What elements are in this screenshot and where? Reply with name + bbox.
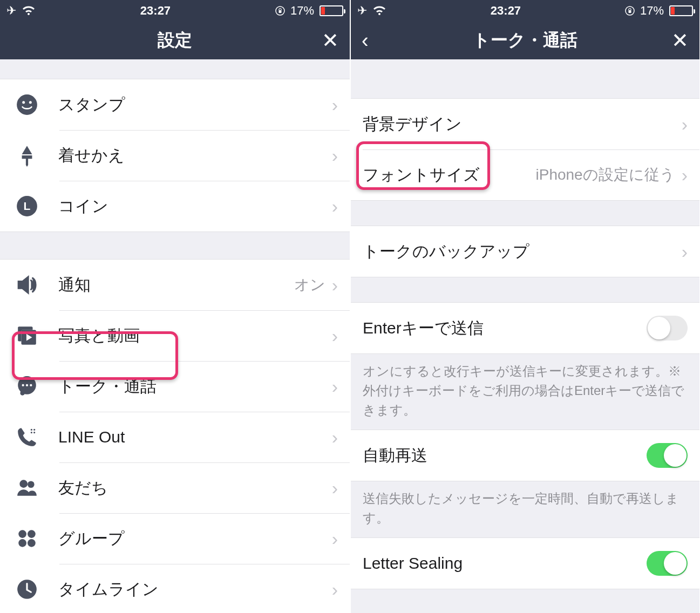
group-letter-sealing: Letter Sealing [351,537,699,589]
chevron-right-icon: › [332,478,338,499]
row-themes[interactable]: 着せかえ › [0,130,350,181]
svg-point-13 [26,384,28,386]
row-label: Enterキーで送信 [363,317,647,339]
row-line-out[interactable]: LINE Out › [0,412,350,462]
row-bg-design[interactable]: 背景デザイン › [351,99,699,149]
row-label: 通知 [58,274,294,296]
row-label: トーク・通話 [58,376,332,398]
dots4-icon [12,527,42,550]
group-design: 背景デザイン › フォントサイズ iPhoneの設定に従う › [351,98,699,201]
row-font-size[interactable]: フォントサイズ iPhoneの設定に従う › [351,149,699,200]
smile-icon [12,93,42,116]
group-backup: トークのバックアップ › [351,226,699,277]
brush-icon [12,144,42,167]
wifi-icon [372,5,386,16]
speaker-icon [12,274,42,296]
battery-pct: 17% [640,4,664,18]
airplane-icon: ✈︎ [357,4,367,18]
row-label: 自動再送 [363,445,647,467]
chevron-right-icon: › [332,275,338,296]
row-label: トークのバックアップ [363,241,682,263]
svg-rect-1 [278,10,281,13]
row-auto-resend[interactable]: 自動再送 [351,430,699,481]
coin-icon: L [12,195,42,217]
toggle-auto-resend[interactable] [647,443,688,468]
page-title: トーク・通話 [351,29,699,52]
chevron-right-icon: › [682,241,688,262]
wifi-icon [22,5,36,16]
group-auto-resend: 自動再送 [351,430,699,481]
chevron-right-icon: › [682,165,688,186]
row-photos-videos[interactable]: 写真と動画 › [0,310,350,361]
hint-enter-send: オンにすると改行キーが送信キーに変更されます。※外付けキーボードをご利用の場合は… [351,354,699,430]
photos-icon [12,324,42,347]
svg-text:L: L [24,200,31,212]
chevron-right-icon: › [332,579,338,600]
row-letter-sealing[interactable]: Letter Sealing [351,538,699,589]
svg-point-18 [33,432,35,433]
toggle-letter-sealing[interactable] [647,551,688,576]
row-notifications[interactable]: 通知 オン › [0,260,350,310]
toggle-enter-send[interactable] [647,316,688,340]
row-value: オン [294,275,325,295]
row-groups[interactable]: グループ › [0,513,350,564]
settings-group-2: 通知 オン › 写真と動画 › トーク・通話 › LINE Out › [0,259,350,613]
battery-pct: 17% [290,4,314,18]
chevron-right-icon: › [332,196,338,217]
svg-point-4 [29,101,32,104]
settings-group-1: スタンプ › 着せかえ › L コイン › [0,79,350,232]
friends-icon [12,476,42,499]
svg-point-16 [33,429,35,431]
back-button[interactable]: ‹ [362,29,369,52]
row-label: スタンプ [58,94,332,116]
svg-point-20 [28,481,35,488]
row-label: 着せかえ [58,145,332,167]
svg-point-15 [31,429,32,431]
status-time: 23:27 [386,4,625,18]
row-talk-call[interactable]: トーク・通話 › [0,361,350,412]
close-button[interactable]: ✕ [322,29,339,52]
status-bar: ✈︎ 23:27 17% [0,0,350,22]
row-talk-backup[interactable]: トークのバックアップ › [351,226,699,277]
svg-point-12 [22,384,24,386]
status-bar: ✈︎ 23:27 17% [351,0,699,22]
phone-talk-call: ✈︎ 23:27 17% ‹ トーク・通話 ✕ 背景デザイン › フォントサイズ… [350,0,699,613]
nav-bar: ‹ トーク・通話 ✕ [351,22,699,59]
row-label: LINE Out [58,428,332,446]
lock-icon [275,6,285,16]
svg-point-19 [19,480,28,488]
chevron-right-icon: › [332,427,338,448]
chevron-right-icon: › [332,376,338,397]
clock-icon [12,578,42,601]
chevron-right-icon: › [332,325,338,346]
page-title: 設定 [0,29,350,52]
row-label: グループ [58,528,332,550]
row-coin[interactable]: L コイン › [0,181,350,231]
phone-icon [12,426,42,448]
svg-point-21 [18,530,26,538]
row-label: コイン [58,195,332,217]
chevron-right-icon: › [332,145,338,166]
row-label: Letter Sealing [363,554,647,573]
row-enter-send[interactable]: Enterキーで送信 [351,303,699,353]
group-enter-send: Enterキーで送信 [351,302,699,354]
row-value: iPhoneの設定に従う [535,165,675,185]
status-time: 23:27 [36,4,275,18]
svg-point-3 [22,101,25,104]
row-stickers[interactable]: スタンプ › [0,79,350,130]
row-label: フォントサイズ [363,164,535,186]
svg-point-24 [28,539,36,547]
chevron-right-icon: › [682,114,688,135]
svg-point-14 [30,384,32,386]
close-button[interactable]: ✕ [671,29,689,52]
phone-settings: ✈︎ 23:27 17% 設定 ✕ スタンプ › [0,0,350,613]
row-friends[interactable]: 友だち › [0,462,350,513]
nav-bar: 設定 ✕ [0,22,350,59]
chevron-right-icon: › [332,528,338,549]
lock-icon [625,6,635,16]
airplane-icon: ✈︎ [6,4,16,18]
battery-icon [669,5,693,16]
svg-point-2 [17,94,37,115]
row-timeline[interactable]: タイムライン › [0,564,350,613]
svg-point-23 [18,539,26,547]
